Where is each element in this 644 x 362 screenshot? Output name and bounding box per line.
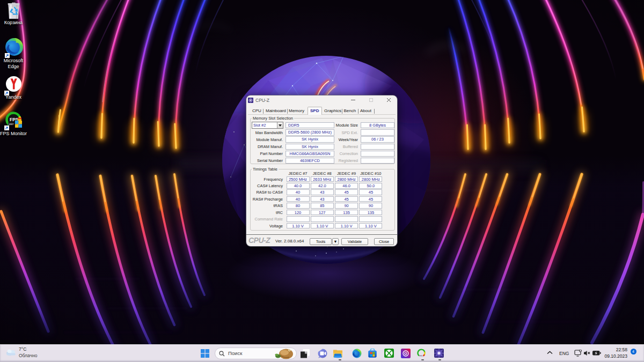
- svg-text:FPS: FPS: [419, 355, 423, 357]
- svg-text:10NIT: 10NIT: [9, 123, 14, 125]
